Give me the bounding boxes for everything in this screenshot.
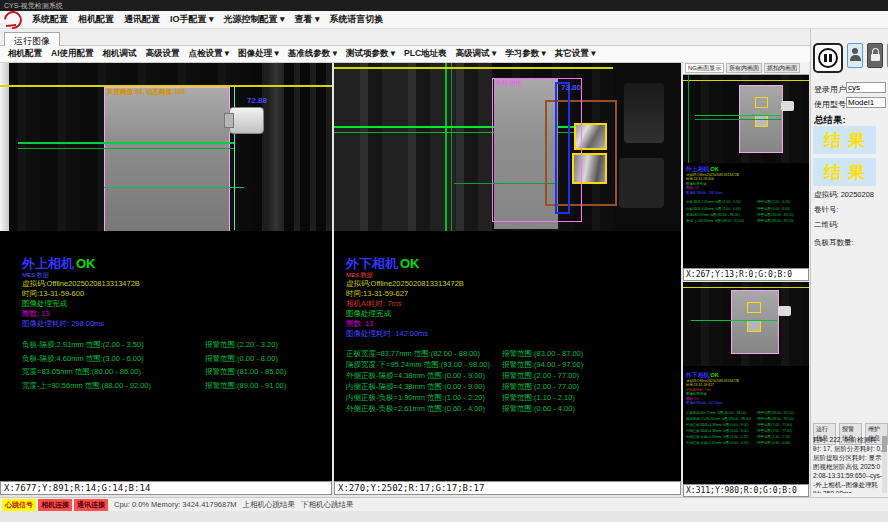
ng-view-results-mini: 外上相机OK 虚拟码:Offline2025020813313472B 时间:1… xyxy=(686,166,812,224)
elapsed-line: 图像处理耗时: 142.00ms xyxy=(346,329,490,339)
ai-box-label: AI检测框 xyxy=(496,79,522,88)
toolbar-item-camera-debug[interactable]: 相机调试 xyxy=(103,48,137,60)
status-badge: OK xyxy=(710,372,719,379)
snapshot-view-image[interactable] xyxy=(683,282,809,366)
green-measure-line xyxy=(104,187,244,188)
snapshot-view-coordinate-bar: X:311;Y:980;R:0;G:0;B:0 xyxy=(683,484,809,497)
measurement-text: 宽度-上=90.56mm 范围:(88.00 - 92.00) xyxy=(686,218,744,222)
left-camera-panel: 灰度阈值:93, 动态阈值:100 72.88 外上相机OK MES:数据 虚拟… xyxy=(0,63,332,481)
feature-box-yellow xyxy=(747,320,761,332)
measurement-text: 外侧正极-负极=2.61mm 范围:(0.60 - 4.00) xyxy=(346,404,485,413)
tab-count-label: 负极耳数量: xyxy=(814,238,854,248)
measurement-row: 内侧正极-负极=1.90mm 范围:(1.00 - 2.20)报警范围:(1.1… xyxy=(346,392,490,403)
log-scrollbar[interactable] xyxy=(882,435,887,493)
tab-connector xyxy=(778,306,791,316)
window-titlebar: CYS-视觉检测系统 xyxy=(0,0,888,11)
tab-all-frames[interactable]: 所有内画面 xyxy=(726,63,762,73)
menu-item-comm-config[interactable]: 通讯配置 xyxy=(124,13,160,26)
camera-title-line: 外上相机OK xyxy=(22,256,151,271)
feature-box-yellow xyxy=(755,97,768,108)
elapsed-line: 图像处理耗时: 298.00ms xyxy=(22,319,151,329)
result-box-lower: 结果 xyxy=(813,158,876,186)
toolbar-item-advanced-debug[interactable]: 高级调试 ▾ xyxy=(456,48,497,60)
machinery-part xyxy=(624,83,664,143)
ng-view-panel: NG画面显示 所有内画面 抓拍内画面 外上相机OK 虚拟码:Offline202… xyxy=(683,62,809,281)
process-done-line: 图像处理完成 xyxy=(22,299,151,309)
ng-view-image[interactable] xyxy=(683,75,809,163)
yellow-reference-line xyxy=(334,67,619,69)
right-camera-results: 外下相机OK MES:数据 虚拟码:Offline202502081331347… xyxy=(346,256,490,414)
menu-item-camera-config[interactable]: 相机配置 xyxy=(78,13,114,26)
login-user-label: 登录用户: xyxy=(814,84,848,95)
green-measure-line xyxy=(691,320,777,321)
alarm-range: 报警范围:(2.00 - 77.00) xyxy=(502,370,579,381)
menu-item-light-control-config[interactable]: 光源控制配置 ▾ xyxy=(224,13,285,26)
machinery-part xyxy=(619,158,664,208)
toolbar-item-other-settings[interactable]: 其它设置 ▾ xyxy=(555,48,596,60)
alarm-range: 报警范围:(83.00 - 87.00) xyxy=(502,348,583,359)
model-input[interactable] xyxy=(846,97,886,108)
measurement-row: 外侧正极-负极=2.61mm 范围:(0.60 - 4.00)报警范围:(0.6… xyxy=(346,403,490,414)
alarm-range: 报警范围:(94.00 - 97.00) xyxy=(502,359,583,370)
status-bar: 心跳信号 相机连接 通讯连接 Cpu: 0.0% Memory: 3424.41… xyxy=(0,497,888,511)
barcode-line: 虚拟码:Offline2025020813313472B xyxy=(22,279,151,289)
log-scrollbar-thumb[interactable] xyxy=(882,436,887,452)
pause-icon xyxy=(818,48,838,68)
time-line: 时间:13-31-59-600 xyxy=(22,289,151,299)
control-buttons xyxy=(813,43,888,73)
measurement-text: 外侧正极-负极=2.61mm 范围:(0.60 - 4.00) xyxy=(686,441,749,445)
login-user-button[interactable] xyxy=(847,43,863,68)
measurement-text: 宽度=83.05mm 范围:(80.00 - 86.00) xyxy=(22,367,141,376)
toolbar-item-advanced-settings[interactable]: 高级设置 xyxy=(146,48,180,60)
pause-button[interactable] xyxy=(813,43,843,73)
left-camera-image[interactable]: 灰度阈值:93, 动态阈值:100 72.88 xyxy=(0,63,332,231)
feature-box-yellow xyxy=(747,302,761,313)
measurement-row: 外侧正极-负极=2.61mm 范围:(0.60 - 4.00)报警范围:(0.6… xyxy=(686,440,812,446)
measurement-text: 内侧正极-隔膜=4.38mm 范围:(0.00 - 9.00) xyxy=(686,429,749,433)
tab-connector xyxy=(781,101,794,111)
measure-value-overlay: 73.80 xyxy=(561,83,581,92)
window-title: CYS-视觉检测系统 xyxy=(4,2,63,9)
user-icon xyxy=(852,48,858,54)
green-measure-line xyxy=(18,148,234,149)
measurement-text: 正极宽度=83.77mm 范围:(82.00 - 88.00) xyxy=(346,349,480,358)
lock-button[interactable] xyxy=(867,43,883,68)
measurement-text: 负极-隔膜:4.60mm 范围:(3.00 - 6.00) xyxy=(686,206,741,210)
green-vertical-line xyxy=(445,63,447,231)
alarm-range: 报警范围:(81.00 - 85.00) xyxy=(205,365,286,379)
upper-camera-result-status: 上相机心跳结果 xyxy=(243,500,296,510)
login-user-input[interactable] xyxy=(846,82,886,93)
menu-item-io-config[interactable]: IO手配置 ▾ xyxy=(170,13,214,26)
tab-ng-display[interactable]: NG画面显示 xyxy=(685,63,724,73)
toolbar: 相机配置 AI使用配置 相机调试 高级设置 点检设置 ▾ 图像处理 ▾ 基准线参… xyxy=(0,46,810,63)
toolbar-item-learning-params[interactable]: 学习参数 ▾ xyxy=(505,48,546,60)
toolbar-item-camera-config[interactable]: 相机配置 xyxy=(8,48,42,60)
toolbar-item-test-item-params[interactable]: 测试项参数 ▾ xyxy=(346,48,395,60)
run-log[interactable]: 耗时: 222, 层阶检测耗时: 17, 层阶分差耗时: 0, 层阶提取分区耗时… xyxy=(813,435,882,493)
ng-view-tabs: NG画面显示 所有内画面 抓拍内画面 xyxy=(683,62,809,75)
cell-region-box xyxy=(104,87,230,231)
model-label: 使用型号: xyxy=(814,99,848,110)
menu-item-language-switch[interactable]: 系统语言切换 xyxy=(330,13,384,26)
barcode-label: 虚拟码: 20250208 xyxy=(814,190,874,200)
green-vertical-line xyxy=(451,63,452,231)
measurement-text: 外侧正极-隔膜=4.38mm 范围:(0.00 - 9.00) xyxy=(686,423,749,427)
ng-view-coordinate-bar: X:267;Y:13;R:0;G:0;B:0 xyxy=(683,268,809,281)
green-measure-line xyxy=(695,119,781,120)
menu-item-system-config[interactable]: 系统配置 xyxy=(32,13,68,26)
heartbeat-status-badge: 心跳信号 xyxy=(2,499,36,511)
measurement-text: 隔膜宽度-下=95.24mm 范围:(93.00 - 98.00) xyxy=(686,417,751,421)
right-camera-image[interactable]: AI检测框 73.80 xyxy=(334,63,681,231)
turns-line: 圈数: 13 xyxy=(346,319,490,329)
tab-snapshot-frames[interactable]: 抓拍内画面 xyxy=(764,63,800,73)
toolbar-item-ai-usage-config[interactable]: AI使用配置 xyxy=(51,48,94,60)
toolbar-item-plc-address-table[interactable]: PLC地址表 xyxy=(404,48,447,60)
measurement-text: 负极-隔膜:2.91mm 范围:(2.00 - 3.50) xyxy=(22,340,144,349)
measurement-row: 宽度=83.05mm 范围:(80.00 - 86.00)报警范围:(81.00… xyxy=(22,365,151,379)
left-coordinate-bar: X:7677;Y:891;R:14;G:14;B:14 xyxy=(0,481,332,495)
measurement-text: 负极-隔膜:2.91mm 范围:(2.00 - 3.50) xyxy=(686,200,741,204)
toolbar-item-baseline-params[interactable]: 基准线参数 ▾ xyxy=(288,48,337,60)
toolbar-item-spot-check-settings[interactable]: 点检设置 ▾ xyxy=(189,48,230,60)
menu-item-view[interactable]: 查看 ▾ xyxy=(295,13,320,26)
toolbar-item-image-processing[interactable]: 图像处理 ▾ xyxy=(238,48,279,60)
